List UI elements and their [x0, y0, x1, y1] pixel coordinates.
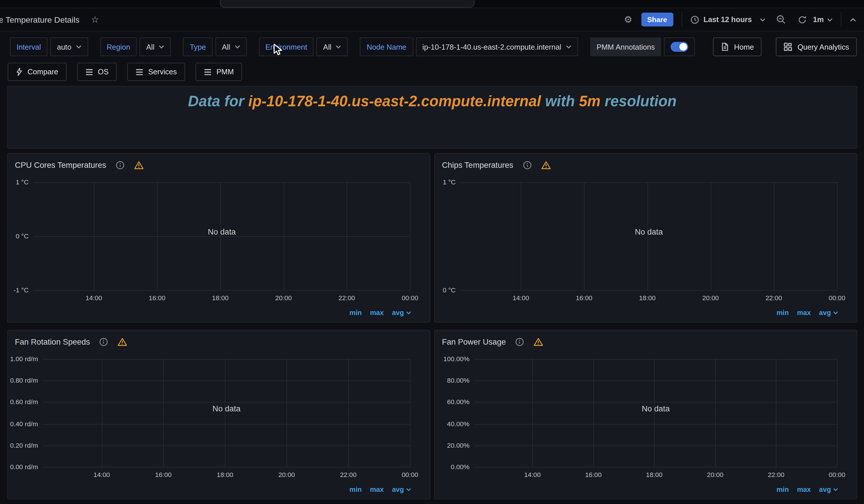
y-axis-tick-label: -1 °C — [14, 286, 29, 294]
grid-line-horizontal — [475, 467, 837, 467]
plot-area: No data 1 °C0 °C14:0016:0018:0020:0022:0… — [461, 182, 837, 290]
share-button[interactable]: Share — [641, 13, 673, 26]
y-axis-tick-label: 20.00% — [447, 442, 469, 450]
banner-text: Data for ip-10-178-1-40.us-east-2.comput… — [8, 93, 857, 110]
query-analytics-label: Query Analytics — [797, 43, 849, 51]
query-analytics-button[interactable]: Query Analytics — [776, 37, 857, 56]
x-axis-tick-label: 18:00 — [217, 471, 233, 479]
pmm-annotations-label: PMM Annotations — [590, 37, 661, 56]
legend-stat-avg[interactable]: avg — [819, 486, 838, 493]
favorite-star-icon[interactable]: ☆ — [91, 15, 99, 24]
document-icon — [721, 42, 729, 51]
banner-host: ip-10-178-1-40.us-east-2.compute.interna… — [248, 93, 541, 110]
info-circle-icon[interactable] — [116, 161, 124, 169]
panel-header[interactable]: Fan Rotation Speeds — [8, 330, 430, 348]
y-axis-tick-label: 0 °C — [16, 232, 29, 240]
grid-line-horizontal — [43, 424, 410, 425]
gear-icon[interactable]: ⚙ — [624, 15, 633, 24]
grid-line-vertical — [410, 182, 410, 290]
x-axis-tick-label: 14:00 — [85, 294, 102, 302]
compare-button-label: Compare — [27, 67, 58, 76]
filter-value-node-name[interactable]: ip-10-178-1-40.us-east-2.compute.interna… — [416, 37, 578, 56]
warning-triangle-icon[interactable] — [117, 337, 127, 346]
legend-stat-min[interactable]: min — [777, 309, 789, 317]
info-circle-icon[interactable] — [523, 161, 531, 169]
chevron-down-icon — [566, 45, 571, 49]
grid-line-vertical — [163, 359, 164, 467]
legend-stat-max[interactable]: max — [370, 309, 383, 317]
refresh-interval-picker[interactable]: 1m — [813, 15, 832, 24]
grid-line-vertical — [837, 359, 838, 467]
grid-line-horizontal — [43, 381, 410, 381]
dashboard-navbar: e Temperature Details ☆ ⚙ Share Last 12 … — [0, 8, 864, 32]
grid-line-horizontal — [475, 424, 837, 425]
filter-environment: Environment All — [259, 37, 348, 56]
os-button[interactable]: OS — [77, 63, 117, 81]
grid-line-vertical — [521, 182, 521, 290]
chevron-up-icon[interactable] — [850, 17, 856, 22]
pmm-annotations-toggle[interactable] — [664, 37, 695, 56]
grid-line-vertical — [593, 359, 594, 467]
panel-header[interactable]: Chips Temperatures — [435, 153, 857, 171]
legend-stat-min[interactable]: min — [349, 486, 362, 493]
filter-value-type[interactable]: All — [215, 37, 247, 56]
panel-legend: minmaxavg — [777, 486, 838, 493]
x-axis-tick-label: 16:00 — [149, 294, 165, 302]
chevron-down-icon — [827, 18, 832, 21]
time-range-label: Last 12 hours — [703, 15, 752, 24]
refresh-icon[interactable] — [798, 15, 807, 24]
info-circle-icon[interactable] — [99, 337, 108, 346]
warning-triangle-icon[interactable] — [541, 161, 551, 169]
time-range-picker[interactable]: Last 12 hours — [690, 15, 766, 24]
y-axis-tick-label: 0 °C — [443, 286, 456, 294]
legend-stat-avg[interactable]: avg — [819, 309, 838, 317]
panel-legend: minmaxavg — [777, 309, 838, 317]
legend-stat-avg[interactable]: avg — [392, 486, 411, 493]
grid-line-vertical — [647, 182, 648, 290]
panel-header[interactable]: Fan Power Usage — [435, 330, 857, 348]
x-axis-tick-label: 00:00 — [402, 294, 418, 302]
grid-line-vertical — [225, 359, 226, 467]
legend-stat-max[interactable]: max — [797, 486, 811, 493]
navbar-right: ⚙ Share Last 12 hours 1m — [624, 12, 856, 27]
legend-stat-min[interactable]: min — [349, 309, 362, 317]
services-button[interactable]: Services — [127, 63, 185, 81]
legend-stat-avg[interactable]: avg — [392, 309, 411, 317]
grid-line-vertical — [532, 359, 533, 467]
panel-header[interactable]: CPU Cores Temperatures — [8, 153, 430, 171]
filter-region: Region All — [100, 37, 171, 56]
x-axis-tick-label: 14:00 — [513, 294, 529, 302]
warning-triangle-icon[interactable] — [134, 161, 144, 169]
legend-stat-max[interactable]: max — [370, 486, 383, 493]
menu-icon — [136, 69, 144, 75]
pmm-button[interactable]: PMM — [195, 63, 242, 81]
y-axis-tick-label: 1 °C — [443, 179, 456, 186]
filter-node-name: Node Name ip-10-178-1-40.us-east-2.compu… — [360, 37, 578, 56]
panel-legend: minmaxavg — [349, 309, 411, 317]
legend-stat-max[interactable]: max — [797, 309, 811, 317]
filter-value-text: All — [146, 43, 154, 51]
filter-value-region[interactable]: All — [140, 37, 171, 56]
toggle-track — [671, 42, 688, 52]
menu-icon — [85, 69, 93, 75]
warning-triangle-icon[interactable] — [533, 337, 543, 346]
y-axis-tick-label: 1.00 rd/m — [10, 355, 38, 363]
divider — [682, 12, 682, 27]
panel-title: Fan Power Usage — [442, 337, 506, 346]
grid-line-horizontal — [461, 182, 837, 183]
compare-button[interactable]: Compare — [8, 63, 67, 81]
info-circle-icon[interactable] — [515, 337, 524, 346]
pmm-button-label: PMM — [216, 67, 234, 76]
filter-value-text: All — [222, 43, 230, 51]
filter-value-interval[interactable]: auto — [50, 37, 88, 56]
grid-line-vertical — [287, 359, 287, 467]
y-axis-tick-label: 40.00% — [447, 420, 469, 428]
grid-line-vertical — [654, 359, 655, 467]
services-button-label: Services — [148, 67, 177, 76]
home-button[interactable]: Home — [713, 37, 762, 56]
legend-stat-min[interactable]: min — [777, 486, 789, 493]
zoom-out-icon[interactable] — [777, 15, 786, 24]
chevron-down-icon — [833, 488, 838, 491]
x-axis-tick-label: 00:00 — [402, 471, 418, 479]
filter-value-environment[interactable]: All — [317, 37, 348, 56]
